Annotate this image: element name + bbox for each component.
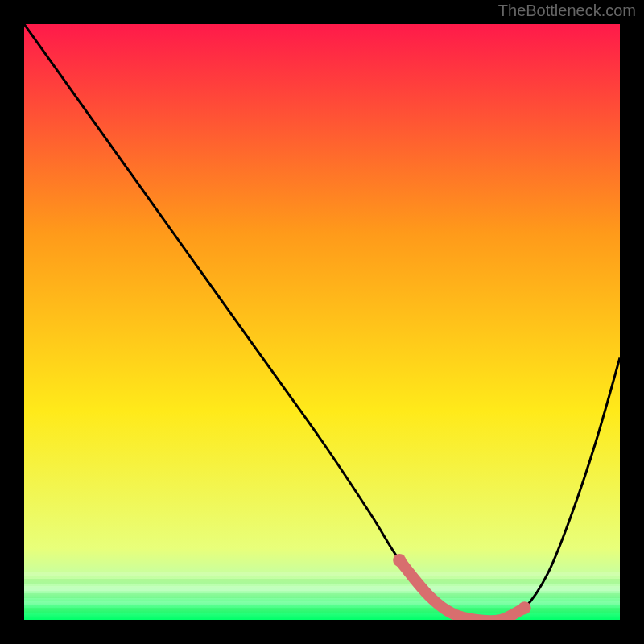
gradient-background [24,24,620,620]
chart-svg [24,24,620,620]
band-stripe [24,586,620,591]
highlight-endpoint [518,601,531,614]
band-stripe [24,579,620,584]
band-stripe [24,593,620,598]
watermark-text: TheBottleneck.com [498,2,636,20]
chart-plot-area [24,24,620,620]
band-stripe [24,572,620,576]
highlight-endpoint [393,554,406,567]
chart-container: TheBottleneck.com [0,0,644,644]
